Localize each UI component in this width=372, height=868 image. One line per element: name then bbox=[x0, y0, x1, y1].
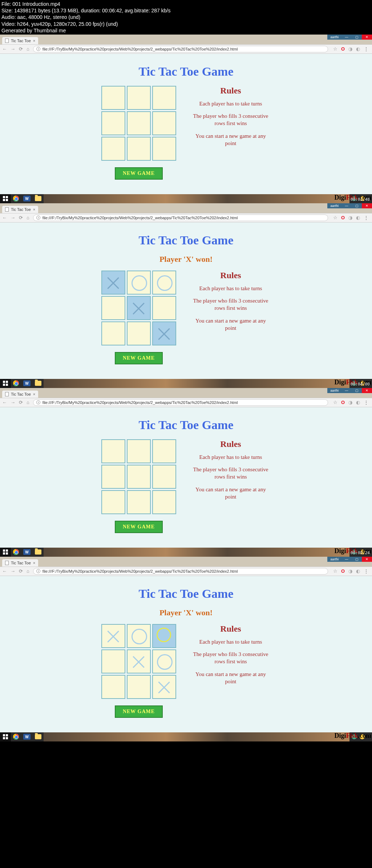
board-cell[interactable] bbox=[152, 624, 176, 648]
extension-icon-2[interactable]: ◐ bbox=[356, 568, 360, 574]
extension-icon[interactable]: ◑ bbox=[348, 46, 352, 52]
browser-tab[interactable]: Tic Tac Toe × bbox=[2, 206, 38, 213]
board-cell[interactable] bbox=[101, 490, 125, 514]
board-cell[interactable] bbox=[127, 675, 151, 699]
nav-forward-icon[interactable]: → bbox=[11, 400, 15, 405]
url-input[interactable]: i file:///F:/TryBix/My%20practice%20proj… bbox=[33, 399, 328, 406]
extension-icon[interactable]: ◑ bbox=[348, 215, 352, 220]
extension-icon-2[interactable]: ◐ bbox=[356, 215, 360, 220]
site-info-icon[interactable]: i bbox=[36, 47, 40, 51]
site-info-icon[interactable]: i bbox=[36, 216, 40, 220]
taskbar-chrome[interactable] bbox=[11, 732, 21, 741]
bookmark-star-icon[interactable]: ☆ bbox=[333, 568, 337, 574]
board-cell[interactable] bbox=[152, 271, 176, 295]
board-cell[interactable] bbox=[152, 296, 176, 320]
board-cell[interactable] bbox=[127, 296, 151, 320]
board-cell[interactable] bbox=[127, 86, 151, 110]
site-info-icon[interactable]: i bbox=[36, 400, 40, 404]
nav-back-icon[interactable]: ← bbox=[2, 215, 7, 220]
nav-home-icon[interactable]: ⌂ bbox=[27, 215, 29, 220]
start-button[interactable] bbox=[0, 548, 11, 557]
taskbar-explorer[interactable] bbox=[33, 548, 44, 557]
board-cell[interactable] bbox=[101, 137, 125, 161]
window-close-button[interactable]: ✕ bbox=[362, 388, 372, 393]
board-cell[interactable] bbox=[127, 271, 151, 295]
window-maximize-button[interactable]: ▢ bbox=[352, 557, 362, 562]
board-cell[interactable] bbox=[101, 439, 125, 463]
board-cell[interactable] bbox=[127, 439, 151, 463]
board-cell[interactable] bbox=[152, 465, 176, 489]
board-cell[interactable] bbox=[127, 465, 151, 489]
nav-home-icon[interactable]: ⌂ bbox=[27, 400, 29, 405]
start-button[interactable] bbox=[0, 379, 11, 388]
board-cell[interactable] bbox=[152, 137, 176, 161]
extension-icon[interactable]: ◑ bbox=[348, 400, 352, 405]
url-input[interactable]: i file:///F:/TryBix/My%20practice%20proj… bbox=[33, 568, 328, 575]
taskbar-chrome[interactable] bbox=[11, 379, 21, 388]
board-cell[interactable] bbox=[152, 490, 176, 514]
board-cell[interactable] bbox=[152, 439, 176, 463]
board-cell[interactable] bbox=[127, 649, 151, 673]
taskbar-word[interactable]: W bbox=[21, 379, 33, 388]
window-minimize-button[interactable]: — bbox=[341, 203, 352, 208]
tab-close-icon[interactable]: × bbox=[33, 207, 35, 212]
opera-extension-icon[interactable]: O bbox=[341, 46, 345, 52]
nav-home-icon[interactable]: ⌂ bbox=[27, 46, 29, 52]
tab-close-icon[interactable]: × bbox=[33, 561, 35, 565]
taskbar-chrome[interactable] bbox=[11, 548, 21, 557]
extension-icon-2[interactable]: ◐ bbox=[356, 400, 360, 405]
extension-icon-2[interactable]: ◐ bbox=[356, 46, 360, 52]
opera-extension-icon[interactable]: O bbox=[341, 400, 345, 405]
board-cell[interactable] bbox=[152, 649, 176, 673]
nav-back-icon[interactable]: ← bbox=[2, 46, 7, 52]
new-game-button[interactable]: NEW GAME bbox=[115, 521, 163, 533]
board-cell[interactable] bbox=[127, 490, 151, 514]
board-cell[interactable] bbox=[101, 675, 125, 699]
site-info-icon[interactable]: i bbox=[36, 569, 40, 573]
window-minimize-button[interactable]: — bbox=[341, 557, 352, 562]
nav-reload-icon[interactable]: ⟳ bbox=[19, 568, 23, 574]
board-cell[interactable] bbox=[101, 465, 125, 489]
window-maximize-button[interactable]: ▢ bbox=[352, 388, 362, 393]
board-cell[interactable] bbox=[152, 86, 176, 110]
taskbar-explorer[interactable] bbox=[33, 379, 44, 388]
window-minimize-button[interactable]: — bbox=[341, 35, 352, 40]
nav-reload-icon[interactable]: ⟳ bbox=[19, 400, 23, 405]
bookmark-star-icon[interactable]: ☆ bbox=[333, 400, 337, 405]
extension-icon[interactable]: ◑ bbox=[348, 568, 352, 574]
board-cell[interactable] bbox=[101, 321, 125, 345]
board-cell[interactable] bbox=[152, 675, 176, 699]
board-cell[interactable] bbox=[101, 271, 125, 295]
window-minimize-button[interactable]: — bbox=[341, 388, 352, 393]
tab-close-icon[interactable]: × bbox=[33, 39, 35, 43]
opera-extension-icon[interactable]: O bbox=[341, 568, 345, 574]
new-game-button[interactable]: NEW GAME bbox=[115, 167, 163, 180]
browser-menu-icon[interactable]: ⋮ bbox=[364, 215, 368, 221]
taskbar-word[interactable]: W bbox=[21, 732, 33, 741]
start-button[interactable] bbox=[0, 194, 11, 203]
taskbar-word[interactable]: W bbox=[21, 548, 33, 557]
board-cell[interactable] bbox=[152, 321, 176, 345]
browser-menu-icon[interactable]: ⋮ bbox=[364, 46, 368, 52]
taskbar-explorer[interactable] bbox=[33, 194, 44, 203]
window-close-button[interactable]: ✕ bbox=[362, 557, 372, 562]
nav-home-icon[interactable]: ⌂ bbox=[27, 568, 29, 574]
board-cell[interactable] bbox=[101, 86, 125, 110]
nav-forward-icon[interactable]: → bbox=[11, 568, 15, 574]
board-cell[interactable] bbox=[127, 321, 151, 345]
board-cell[interactable] bbox=[127, 111, 151, 135]
opera-extension-icon[interactable]: O bbox=[341, 215, 345, 220]
tab-close-icon[interactable]: × bbox=[33, 392, 35, 396]
taskbar-word[interactable]: W bbox=[21, 194, 33, 203]
nav-back-icon[interactable]: ← bbox=[2, 400, 7, 405]
window-close-button[interactable]: ✕ bbox=[362, 35, 372, 40]
browser-tab[interactable]: Tic Tac Toe × bbox=[2, 391, 38, 398]
browser-tab[interactable]: Tic Tac Toe × bbox=[2, 559, 38, 567]
bookmark-star-icon[interactable]: ☆ bbox=[333, 215, 337, 220]
window-maximize-button[interactable]: ▢ bbox=[352, 203, 362, 208]
start-button[interactable] bbox=[0, 732, 11, 741]
browser-tab[interactable]: Tic Tac Toe × bbox=[2, 37, 38, 44]
new-game-button[interactable]: NEW GAME bbox=[115, 352, 163, 364]
nav-forward-icon[interactable]: → bbox=[11, 215, 15, 220]
board-cell[interactable] bbox=[127, 137, 151, 161]
